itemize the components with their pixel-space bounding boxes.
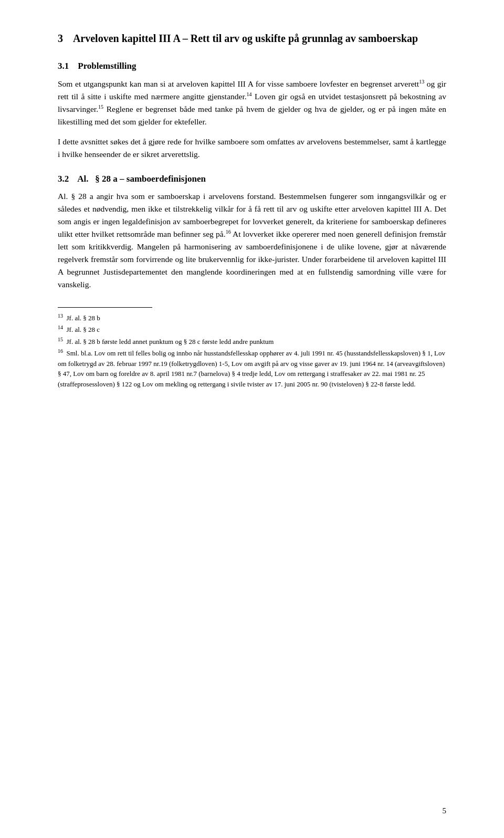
footnote-13-text: Jf. al. § 28 b [65,314,100,322]
footnote-14-number: 14 [58,324,63,330]
section-3-2-title: § 28 a – samboerdefinisjonen [95,174,206,184]
footnote-14-text: Jf. al. § 28 c [65,326,100,333]
chapter-heading: 3 Arveloven kapittel III A – Rett til ar… [58,32,446,46]
section-3-1-title: Problemstilling [78,61,136,71]
footnote-ref-13: 13 [419,79,424,85]
section-3-2-al-prefix: Al. [77,174,88,184]
footnote-13-number: 13 [58,312,63,318]
section-3-1-para-1: Som et utgangspunkt kan man si at arvelo… [58,78,446,128]
footnote-15-number: 15 [58,336,63,342]
section-3-2-number: 3.2 [58,174,69,184]
section-3-2-para-1: Al. § 28 a angir hva som er samboerskap … [58,190,446,291]
footnote-ref-14: 14 [247,91,252,97]
section-3-2-heading: 3.2 Al. § 28 a – samboerdefinisjonen [58,172,446,186]
footnote-16: 16 Sml. bl.a. Lov om rett til felles bol… [58,348,446,389]
footnote-15-text: Jf. al. § 28 b første ledd annet punktum… [65,338,274,345]
footnote-15: 15 Jf. al. § 28 b første ledd annet punk… [58,337,446,347]
footnote-16-text: Sml. bl.a. Lov om rett til felles bolig … [58,349,445,388]
footnote-16-number: 16 [58,348,63,354]
footnote-ref-16: 16 [226,229,231,235]
section-3-1-heading: 3.1 Problemstilling [58,60,446,72]
footnotes-section: 13 Jf. al. § 28 b 14 Jf. al. § 28 c 15 J… [58,313,446,390]
section-3-1-para-2: I dette avsnittet søkes det å gjøre rede… [58,135,446,161]
chapter-title: Arveloven kapittel III A – Rett til arv … [73,33,418,44]
chapter-number: 3 [58,33,63,44]
footnote-14: 14 Jf. al. § 28 c [58,324,446,335]
footnote-ref-15: 15 [98,104,103,110]
footnote-divider [58,307,152,308]
footnote-13: 13 Jf. al. § 28 b [58,313,446,323]
page-number: 5 [443,805,447,817]
section-3-1-number: 3.1 [58,61,69,71]
page: 3 Arveloven kapittel III A – Rett til ar… [0,0,504,838]
